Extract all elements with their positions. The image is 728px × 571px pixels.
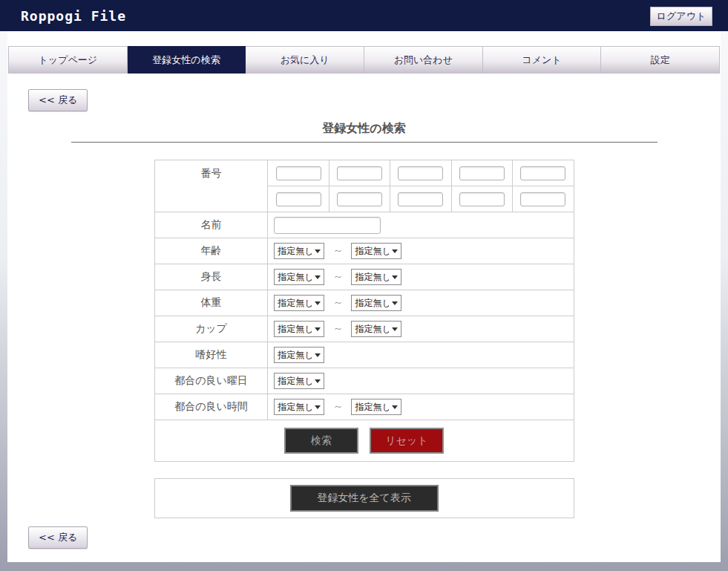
show-all-button[interactable]: 登録女性を全て表示 [290, 485, 439, 512]
title-divider [71, 142, 658, 143]
cup-max-select[interactable]: 指定無し [351, 321, 401, 337]
time-min-select[interactable]: 指定無し [274, 399, 324, 415]
range-tilde: ～ [332, 244, 343, 256]
name-input[interactable] [274, 217, 381, 234]
day-row-label: 都合の良い曜日 [154, 368, 268, 394]
height-min-select[interactable]: 指定無し [274, 269, 324, 285]
logout-button[interactable]: ログアウト [650, 7, 712, 26]
app-title: Roppogi File [0, 8, 126, 24]
page-title: 登録女性の検索 [7, 121, 721, 137]
number-input-10[interactable] [520, 192, 565, 206]
number-input-9[interactable] [459, 192, 505, 206]
name-row-label: 名前 [154, 212, 268, 238]
back-button-top[interactable]: << 戻る [28, 89, 88, 111]
time-row-label: 都合の良い時間 [154, 394, 268, 420]
range-tilde: ～ [332, 400, 343, 412]
weight-min-select[interactable]: 指定無し [274, 295, 324, 311]
back-button-bottom[interactable]: << 戻る [28, 526, 88, 549]
show-all-box: 登録女性を全て表示 [154, 478, 574, 518]
app-header: Roppogi File ログアウト [0, 0, 728, 31]
number-input-1[interactable] [276, 166, 321, 180]
tab-contact[interactable]: お問い合わせ [364, 46, 483, 74]
preference-select[interactable]: 指定無し [274, 347, 324, 363]
day-select[interactable]: 指定無し [274, 373, 324, 389]
number-input-4[interactable] [459, 166, 505, 180]
time-max-select[interactable]: 指定無し [351, 399, 401, 415]
age-row-label: 年齢 [154, 238, 268, 264]
age-max-select-wrap: 指定無し [351, 243, 401, 259]
tab-settings[interactable]: 設定 [601, 46, 720, 74]
weight-row-label: 体重 [154, 290, 268, 316]
number-input-6[interactable] [276, 192, 321, 206]
number-input-2[interactable] [337, 166, 382, 180]
page-container: トップページ 登録女性の検索 お気に入り お問い合わせ コメント 設定 << 戻… [7, 31, 721, 562]
cup-row-label: カップ [154, 316, 268, 342]
range-tilde: ～ [332, 296, 343, 308]
number-input-8[interactable] [398, 192, 443, 206]
weight-max-select[interactable]: 指定無し [351, 295, 401, 311]
range-tilde: ～ [332, 270, 343, 282]
number-row-label: 番号 [154, 160, 268, 212]
age-min-select[interactable]: 指定無し [274, 243, 324, 259]
nav-tabbar: トップページ 登録女性の検索 お気に入り お問い合わせ コメント 設定 [8, 31, 720, 74]
cup-min-select[interactable]: 指定無し [274, 321, 324, 337]
age-min-select-wrap: 指定無し [274, 243, 324, 259]
tab-favorites[interactable]: お気に入り [246, 46, 364, 74]
tab-comments[interactable]: コメント [483, 46, 602, 74]
preference-row-label: 嗜好性 [154, 342, 268, 368]
number-input-5[interactable] [520, 166, 565, 180]
number-input-3[interactable] [398, 166, 443, 180]
reset-button[interactable]: リセット [370, 428, 444, 454]
search-form-table: 番号 名前 年齢 指定無し ～ 指定無し [154, 160, 574, 462]
range-tilde: ～ [332, 322, 343, 334]
search-button[interactable]: 検索 [284, 428, 358, 454]
height-row-label: 身長 [154, 264, 268, 290]
tab-search-women[interactable]: 登録女性の検索 [128, 46, 246, 74]
tab-top-page[interactable]: トップページ [8, 46, 128, 74]
number-input-7[interactable] [337, 192, 382, 206]
age-max-select[interactable]: 指定無し [351, 243, 401, 259]
height-max-select[interactable]: 指定無し [351, 269, 401, 285]
